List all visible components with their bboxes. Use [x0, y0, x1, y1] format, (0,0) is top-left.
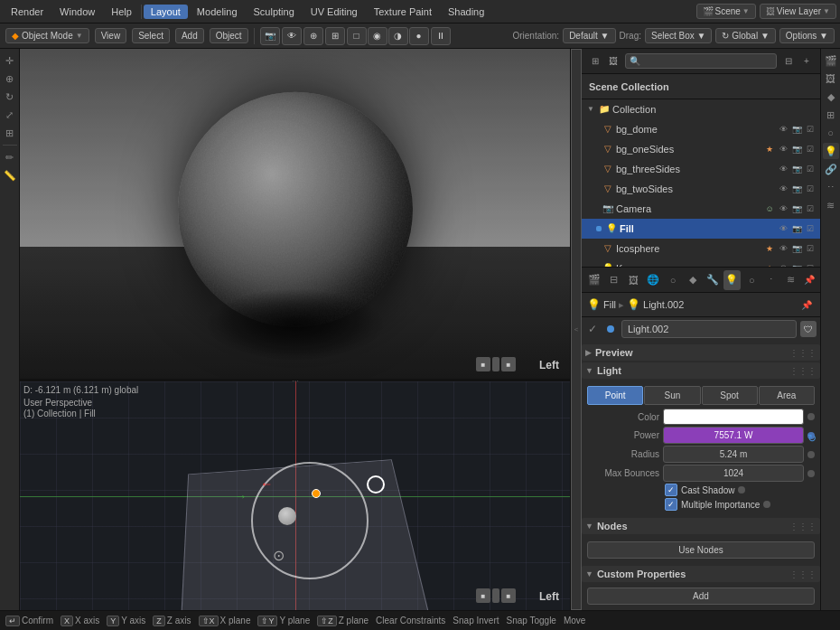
tab-physics-icon[interactable]: ≋ — [782, 270, 800, 290]
vp-icon-1[interactable]: ■ — [476, 357, 490, 371]
scale-tool-icon[interactable]: ⤢ — [2, 107, 18, 123]
tab-scene-icon[interactable]: 🌐 — [644, 270, 662, 290]
radius-value[interactable]: 5.24 m — [663, 446, 804, 463]
tree-toggle-collection[interactable]: ▼ — [585, 104, 596, 115]
max-bounces-value[interactable]: 1024 — [663, 465, 804, 482]
smilely-cam[interactable]: ☺ — [763, 202, 776, 215]
tree-item-collection[interactable]: ▼ 📁 Collection 👁 📷 ☑ — [582, 99, 820, 119]
tab-object-icon[interactable]: ◆ — [684, 270, 702, 290]
ren-icon-two[interactable]: ☑ — [804, 183, 817, 195]
lock-icon-dome[interactable]: 📷 — [790, 123, 803, 136]
right-icon-mesh[interactable]: ⊞ — [823, 107, 839, 123]
vp-b-icon-2[interactable] — [492, 588, 499, 603]
use-nodes-button[interactable]: Use Nodes — [587, 541, 815, 559]
tab-modifier-icon[interactable]: 🔧 — [704, 270, 722, 290]
rotate-tool-icon[interactable]: ↻ — [2, 89, 18, 105]
view-button[interactable]: View — [95, 28, 127, 43]
cam-icon-three[interactable]: 📷 — [790, 163, 803, 175]
tree-item-camera[interactable]: 📷 Camera ☺ 👁 📷 ☑ — [582, 199, 820, 219]
radius-dot[interactable] — [807, 451, 815, 458]
solid-btn[interactable]: ◉ — [368, 27, 387, 45]
menu-layout[interactable]: Layout — [144, 5, 188, 19]
eye-icon-cam[interactable]: 👁 — [777, 202, 789, 215]
cam-icon-ico[interactable]: 📷 — [790, 242, 803, 255]
tab-world-icon[interactable]: ○ — [664, 270, 682, 290]
camera-view-icon[interactable]: 📷 — [260, 27, 280, 45]
ren-icon-fill[interactable]: ☑ — [804, 222, 817, 235]
cast-shadow-checkbox[interactable]: ✓ — [665, 484, 677, 496]
tree-item-bg-three[interactable]: ▽ bg_threeSides 👁 📷 ☑ — [582, 159, 820, 179]
eye-icon-fill[interactable]: 👁 — [777, 222, 789, 235]
viewport-top[interactable]: ■ ■ Left — [20, 49, 571, 379]
right-icon-constraint[interactable]: 🔗 — [823, 161, 839, 177]
tree-item-ico[interactable]: ▽ Icosphere ★ 👁 📷 ☑ — [582, 239, 820, 259]
spot-btn[interactable]: Spot — [702, 386, 758, 405]
cam-icon-cam[interactable]: 📷 — [790, 202, 803, 215]
right-icon-view[interactable]: 🖼 — [823, 71, 839, 87]
cast-shadow-dot[interactable] — [738, 486, 745, 494]
menu-help[interactable]: Help — [104, 5, 139, 19]
ren-icon-one[interactable]: ☑ — [804, 143, 817, 155]
rendered-btn[interactable]: ● — [409, 27, 429, 45]
power-value[interactable]: 7557.1 W — [663, 427, 804, 444]
scene-search-bar[interactable]: 🔍 — [625, 53, 777, 69]
star-icon[interactable]: ★ — [763, 143, 776, 155]
tree-item-bg-dome[interactable]: ▽ bg_dome 👁 📷 ☑ — [582, 119, 820, 139]
eye-icon-dome[interactable]: 👁 — [777, 123, 789, 136]
search-input[interactable] — [642, 56, 772, 66]
max-bounces-dot[interactable] — [807, 470, 815, 477]
eye-icon-three[interactable]: 👁 — [777, 163, 789, 175]
wireframe-btn[interactable]: □ — [347, 27, 367, 45]
pin-icon[interactable]: 📌 — [802, 272, 817, 288]
hide-objects-icon[interactable]: 👁 — [282, 27, 302, 45]
cursor-tool-icon[interactable]: ✛ — [2, 52, 18, 69]
options-dropdown[interactable]: Options ▼ — [779, 28, 835, 43]
cam-icon[interactable]: 📷 — [790, 103, 803, 116]
menu-texture-paint[interactable]: Texture Paint — [367, 5, 439, 19]
props-pin-icon[interactable]: 📌 — [798, 296, 815, 313]
filter-icon[interactable]: ⊟ — [780, 53, 797, 70]
light-section-header[interactable]: ▼ Light ⋮⋮⋮ — [582, 362, 820, 379]
nodes-menu-icon[interactable]: ⋮⋮⋮ — [789, 522, 817, 531]
right-icon-object[interactable]: ◆ — [823, 89, 839, 105]
color-value[interactable] — [663, 409, 804, 425]
add-custom-prop-button[interactable]: Add — [587, 588, 815, 605]
multiple-importance-checkbox[interactable]: ✓ — [665, 498, 677, 511]
transform-tool-icon[interactable]: ⊞ — [2, 125, 18, 141]
object-button[interactable]: Object — [210, 28, 248, 43]
add-button[interactable]: Add — [175, 28, 204, 43]
pause-btn[interactable]: ⏸ — [431, 27, 451, 45]
gizmo-icon[interactable]: ⊕ — [303, 27, 323, 45]
scene-dropdown[interactable]: 🎬 Scene ▼ — [696, 4, 756, 19]
vp-b-icon-3[interactable]: ■ — [501, 588, 516, 603]
menu-shading[interactable]: Shading — [441, 5, 491, 19]
cam-icon-two[interactable]: 📷 — [790, 183, 803, 195]
nodes-header[interactable]: ▼ Nodes ⋮⋮⋮ — [582, 518, 820, 534]
eye-icon-ico[interactable]: 👁 — [777, 242, 789, 255]
vp-icon-3[interactable]: ■ — [501, 357, 516, 371]
menu-uv-editing[interactable]: UV Editing — [303, 5, 365, 19]
eye-icon-two[interactable]: 👁 — [777, 183, 789, 195]
new-collection-icon[interactable]: + — [798, 53, 815, 70]
custom-props-header[interactable]: ▼ Custom Properties ⋮⋮⋮ — [582, 566, 820, 582]
eye-icon-one[interactable]: 👁 — [777, 143, 789, 155]
vp-b-icon-1[interactable]: ■ — [476, 588, 490, 603]
power-dot[interactable]: ↻ — [807, 432, 815, 439]
point-btn[interactable]: Point — [587, 386, 643, 405]
right-view-icon[interactable]: 🖼 — [605, 53, 621, 70]
render-icon-dome[interactable]: ☑ — [804, 123, 817, 136]
preview-header[interactable]: ▶ Preview ⋮⋮⋮ — [582, 344, 820, 361]
tab-particles-icon[interactable]: ⋅ — [762, 270, 780, 290]
transform-dropdown[interactable]: ↻ Global ▼ — [715, 28, 775, 43]
right-icon-scene[interactable]: 🎬 — [823, 52, 839, 69]
object-mode-dropdown[interactable]: ◆ Object Mode ▼ — [5, 28, 89, 43]
tab-output-icon[interactable]: ⊟ — [605, 270, 623, 290]
view-layer-dropdown[interactable]: 🖼 View Layer ▼ — [760, 4, 836, 19]
tree-item-fill[interactable]: 💡 Fill 👁 📷 ☑ — [582, 219, 820, 239]
right-icon-light[interactable]: 💡 — [823, 143, 839, 159]
preview-menu-icon[interactable]: ⋮⋮⋮ — [789, 348, 817, 358]
orientation-dropdown[interactable]: Default ▼ — [563, 28, 615, 43]
measure-tool-icon[interactable]: 📏 — [2, 167, 18, 183]
cam-icon-fill[interactable]: 📷 — [790, 222, 803, 235]
ren-icon-ico[interactable]: ☑ — [804, 242, 817, 255]
